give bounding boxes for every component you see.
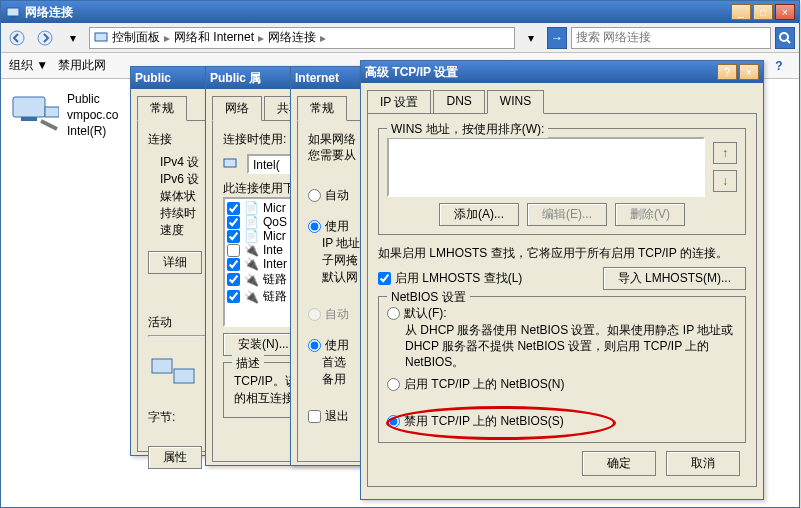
svg-rect-10 <box>152 359 172 373</box>
computer-icon <box>94 31 110 45</box>
radio-disable-netbios[interactable]: 禁用 TCP/IP 上的 NetBIOS(S) <box>387 413 737 430</box>
nic-small-icon <box>223 157 239 171</box>
nic-line3: Intel(R) <box>67 123 118 139</box>
radio-enable-netbios[interactable]: 启用 TCP/IP 上的 NetBIOS(N) <box>387 376 737 393</box>
network-icon <box>5 4 21 20</box>
nic-icon <box>11 91 59 131</box>
organize-menu[interactable]: 组织 ▼ <box>9 57 48 74</box>
search-button[interactable] <box>775 27 795 49</box>
lmhosts-note: 如果启用 LMHOSTS 查找，它将应用于所有启用 TCP/IP 的连接。 <box>378 245 746 261</box>
svg-rect-4 <box>95 33 107 41</box>
search-input[interactable]: 搜索 网络连接 <box>571 27 771 49</box>
go-button[interactable]: → <box>547 27 567 49</box>
disable-menu[interactable]: 禁用此网 <box>58 57 106 74</box>
client-icon: 📄 <box>244 201 259 215</box>
dropdown-button[interactable]: ▾ <box>61 26 85 50</box>
svg-rect-12 <box>224 159 236 167</box>
close-button[interactable]: × <box>739 64 759 80</box>
tab-network[interactable]: 网络 <box>212 96 262 121</box>
svg-rect-0 <box>7 8 19 16</box>
details-button[interactable]: 详细 <box>148 251 202 274</box>
nic-line2: vmpoc.co <box>67 107 118 123</box>
breadcrumb[interactable]: 控制面板▸ 网络和 Internet▸ 网络连接▸ <box>89 27 515 49</box>
tab-wins[interactable]: WINS <box>487 90 544 114</box>
file-icon: 📄 <box>244 229 259 243</box>
radio-default[interactable]: 默认(F): <box>387 305 737 322</box>
wins-list[interactable] <box>387 137 705 197</box>
qos-icon: 📄 <box>244 215 259 229</box>
svg-rect-8 <box>21 117 37 121</box>
proto-icon: 🔌 <box>244 243 259 257</box>
properties-button[interactable]: 属性 <box>148 446 202 469</box>
close-button[interactable]: × <box>775 4 795 20</box>
titlebar[interactable]: 高级 TCP/IP 设置 ? × <box>361 61 763 83</box>
crumb-1[interactable]: 控制面板 <box>112 29 160 46</box>
delete-button[interactable]: 删除(V) <box>615 203 685 226</box>
ok-button[interactable]: 确定 <box>582 451 656 476</box>
proto-icon: 🔌 <box>244 273 259 287</box>
crumb-2[interactable]: 网络和 Internet <box>174 29 254 46</box>
titlebar[interactable]: 网络连接 _ □ × <box>1 1 799 23</box>
move-down-button[interactable]: ↓ <box>713 170 737 192</box>
help-button[interactable]: ? <box>717 64 737 80</box>
nic-name: Public <box>67 91 118 107</box>
svg-point-5 <box>780 33 788 41</box>
svg-rect-9 <box>45 107 59 117</box>
minimize-button[interactable]: _ <box>731 4 751 20</box>
tab-ip[interactable]: IP 设置 <box>367 90 431 114</box>
help-button[interactable]: ? <box>767 54 791 78</box>
window-title: 网络连接 <box>25 4 729 21</box>
svg-rect-1 <box>10 16 16 18</box>
refresh-button[interactable]: ▾ <box>519 26 543 50</box>
svg-line-6 <box>787 40 790 43</box>
svg-rect-7 <box>13 97 45 117</box>
add-button[interactable]: 添加(A)... <box>439 203 519 226</box>
back-button[interactable] <box>5 26 29 50</box>
proto-icon: 🔌 <box>244 290 259 304</box>
edit-button[interactable]: 编辑(E)... <box>527 203 607 226</box>
forward-button[interactable] <box>33 26 57 50</box>
proto-icon: 🔌 <box>244 257 259 271</box>
tab-dns[interactable]: DNS <box>433 90 484 114</box>
tab-general[interactable]: 常规 <box>137 96 187 121</box>
import-lmhosts-button[interactable]: 导入 LMHOSTS(M)... <box>603 267 746 290</box>
svg-rect-11 <box>174 369 194 383</box>
svg-point-2 <box>10 31 24 45</box>
crumb-3[interactable]: 网络连接 <box>268 29 316 46</box>
svg-point-3 <box>38 31 52 45</box>
cb-lmhosts[interactable]: 启用 LMHOSTS 查找(L) <box>378 270 522 287</box>
nav-toolbar: ▾ 控制面板▸ 网络和 Internet▸ 网络连接▸ ▾ → 搜索 网络连接 <box>1 23 799 53</box>
advanced-tcpip-window: 高级 TCP/IP 设置 ? × IP 设置 DNS WINS WINS 地址，… <box>360 60 764 500</box>
move-up-button[interactable]: ↑ <box>713 142 737 164</box>
maximize-button[interactable]: □ <box>753 4 773 20</box>
nic-text: Public vmpoc.co Intel(R) <box>59 91 118 139</box>
tab-general[interactable]: 常规 <box>297 96 347 121</box>
cancel-button[interactable]: 取消 <box>666 451 740 476</box>
